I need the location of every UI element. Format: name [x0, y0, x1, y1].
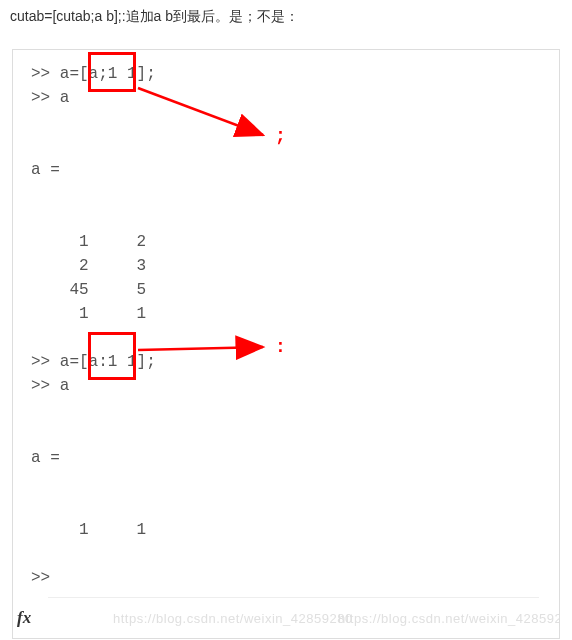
code-line: a =	[31, 449, 60, 467]
code-line: 1 1	[31, 521, 146, 539]
colon-label: :	[275, 337, 286, 357]
code-line: >> a	[31, 89, 69, 107]
code-screenshot: >> a=[a;1 1]; >> a a = 1 2 2 3 45 5 1 1 …	[12, 49, 560, 639]
red-box-semicolon	[88, 52, 136, 92]
semicolon-label: ;	[275, 126, 286, 146]
header-text: cutab=[cutab;a b];:追加a b到最后。是；不是：	[0, 0, 572, 34]
code-line: >> a	[31, 377, 69, 395]
code-line: 1 1	[31, 305, 146, 323]
red-box-colon	[88, 332, 136, 380]
code-line: >>	[31, 569, 60, 587]
watermark-text: https://blog.csdn.net/weixin_42859280	[338, 611, 560, 626]
fx-label: fx	[17, 608, 31, 628]
code-line: a =	[31, 161, 60, 179]
code-line: 2 3	[31, 257, 146, 275]
code-line: 1 2	[31, 233, 146, 251]
separator-line	[48, 597, 539, 598]
watermark-text: https://blog.csdn.net/weixin_42859280	[113, 611, 353, 626]
code-line: 45 5	[31, 281, 146, 299]
